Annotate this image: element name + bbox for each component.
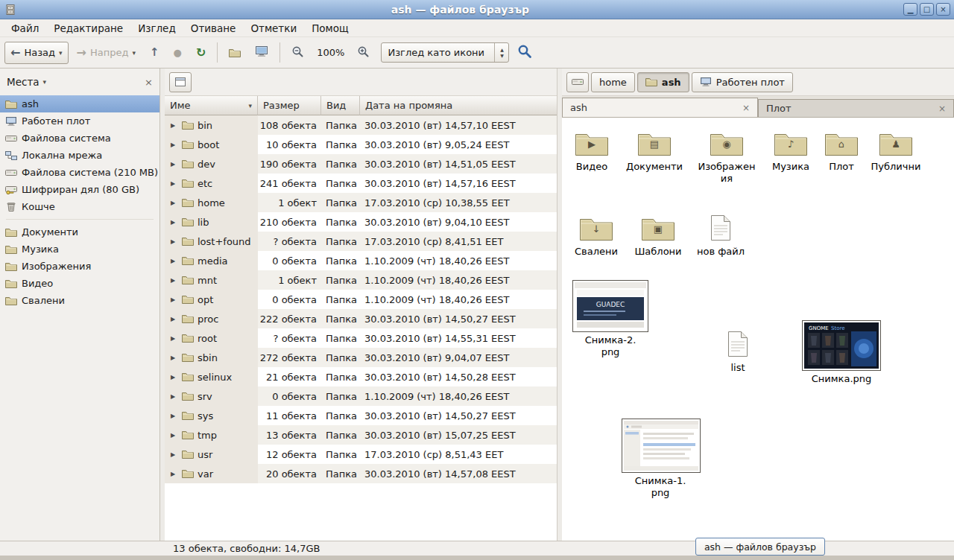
table-row[interactable]: ▶selinux21 обектаПапка30.03.2010 (вт) 14… — [165, 367, 557, 386]
places-dropdown-icon[interactable]: ▾ — [43, 78, 47, 86]
up-button[interactable]: ↑ — [144, 42, 165, 64]
table-row[interactable]: ▶home1 обектПапка17.03.2010 (ср) 10,38,5… — [165, 193, 557, 212]
table-row[interactable]: ▶boot10 обектаПапка30.03.2010 (вт) 9,05,… — [165, 135, 557, 154]
sidebar-item-Кошче[interactable]: Кошче — [0, 198, 159, 215]
icon-item-folder[interactable]: ▶Видео — [562, 130, 622, 173]
table-row[interactable]: ▶var20 обектаПапка30.03.2010 (вт) 14,57,… — [165, 464, 557, 483]
table-row[interactable]: ▶media0 обектаПапка1.10.2009 (чт) 18,40,… — [165, 251, 557, 270]
tab-Плот[interactable]: Плот× — [758, 99, 954, 117]
sidebar-item-Локална мрежа[interactable]: Локална мрежа — [0, 147, 159, 164]
sidebar-item-Файлова система (210 MB)[interactable]: Файлова система (210 MB) — [0, 164, 159, 181]
expander-icon[interactable]: ▶ — [171, 238, 178, 245]
table-row[interactable]: ▶srv0 обектаПапка1.10.2009 (чт) 18,40,26… — [165, 386, 557, 406]
table-row[interactable]: ▶sys11 обектаПапка30.03.2010 (вт) 14,50,… — [165, 406, 557, 425]
column-header-type[interactable]: Вид — [321, 96, 360, 115]
tab-close-icon[interactable]: × — [742, 103, 750, 113]
menu-item-6[interactable]: Помощ — [304, 19, 356, 36]
icon-item-folder[interactable]: ◉Изображен ия — [697, 130, 756, 185]
pathbar-button-Работен плот[interactable]: Работен плот — [692, 72, 793, 92]
expander-icon[interactable]: ▶ — [171, 316, 178, 322]
sidebar-item-Шифриран дял (80 GB)[interactable]: Шифриран дял (80 GB) — [0, 181, 159, 198]
view-mode-select[interactable]: Изглед като икони ▲▼ — [381, 42, 509, 63]
zoom-in-button[interactable] — [351, 42, 376, 64]
minimize-button[interactable]: ▁ — [903, 3, 917, 16]
icon-item-folder[interactable]: ♪Музика — [761, 130, 821, 173]
icon-item-file[interactable]: list — [708, 331, 768, 374]
icon-item-image[interactable]: GUADECСнимка-2. png — [572, 280, 649, 359]
table-row[interactable]: ▶tmp13 обектаПапка30.03.2010 (вт) 15,07,… — [165, 425, 557, 445]
sidebar-title[interactable]: Места — [7, 76, 40, 88]
icon-item-folder[interactable]: ▤Документи — [622, 130, 686, 173]
column-header-name[interactable]: Име▾ — [165, 96, 258, 115]
table-row[interactable]: ▶sbin272 обектаПапка30.03.2010 (вт) 9,04… — [165, 348, 557, 367]
menu-item-3[interactable]: Изглед — [130, 19, 183, 36]
icon-item-folder[interactable]: ▣Шаблони — [628, 214, 688, 258]
table-row[interactable]: ▶lost+found? обектаПапка17.03.2010 (ср) … — [165, 232, 557, 251]
sidebar-item-Музика[interactable]: Музика — [0, 241, 159, 258]
stop-button[interactable]: ● — [168, 42, 188, 64]
sidebar-item-Документи[interactable]: Документи — [0, 223, 159, 241]
expander-icon[interactable]: ▶ — [171, 161, 178, 168]
table-row[interactable]: ▶opt0 обектаПапка1.10.2009 (чт) 18,40,26… — [165, 290, 557, 309]
sidebar-item-Видео[interactable]: Видео — [0, 275, 159, 292]
expander-icon[interactable]: ▶ — [171, 258, 178, 264]
expander-icon[interactable]: ▶ — [171, 432, 178, 439]
location-button[interactable] — [169, 72, 192, 92]
expander-icon[interactable]: ▶ — [171, 471, 178, 477]
icon-item-folder[interactable]: ↓Свалени — [566, 214, 626, 258]
expander-icon[interactable]: ▶ — [171, 374, 178, 381]
pathbar-root-button[interactable] — [566, 72, 589, 92]
menu-item-1[interactable]: Файл — [4, 19, 46, 36]
home-button[interactable] — [223, 42, 247, 64]
icon-item-folder[interactable]: ⌂Плот — [813, 130, 870, 173]
expander-icon[interactable]: ▶ — [171, 122, 178, 129]
maximize-button[interactable]: □ — [920, 3, 934, 16]
icon-item-file[interactable]: нов файл — [691, 214, 751, 258]
back-button[interactable]: ← Назад ▾ — [4, 42, 69, 64]
close-button[interactable]: × — [936, 3, 950, 16]
computer-button[interactable] — [249, 42, 274, 64]
table-row[interactable]: ▶proc222 обектаПапка30.03.2010 (вт) 14,5… — [165, 309, 557, 328]
icon-item-image[interactable]: Снимка-1. png — [622, 419, 699, 500]
sidebar-item-ash[interactable]: ash — [0, 95, 159, 112]
combo-arrows-icon[interactable]: ▲▼ — [494, 43, 508, 62]
icon-view[interactable]: ▶Видео▤Документи◉Изображен ия♪Музика⌂Пло… — [562, 118, 954, 541]
search-button[interactable] — [511, 42, 538, 64]
icon-item-folder[interactable]: ♟Публични — [866, 130, 926, 173]
sidebar-item-Файлова система[interactable]: Файлова система — [0, 130, 159, 147]
forward-button[interactable]: → Напред ▾ — [71, 42, 142, 64]
expander-icon[interactable]: ▶ — [171, 296, 178, 303]
table-row[interactable]: ▶mnt1 обектПапка1.10.2009 (чт) 18,40,26 … — [165, 270, 557, 290]
expander-icon[interactable]: ▶ — [171, 200, 178, 206]
pathbar-button-ash[interactable]: ash — [637, 72, 689, 92]
expander-icon[interactable]: ▶ — [171, 141, 178, 148]
menu-item-2[interactable]: Редактиране — [46, 19, 130, 36]
table-row[interactable]: ▶root? обектаПапка30.03.2010 (вт) 14,55,… — [165, 328, 557, 348]
sidebar-item-Работен плот[interactable]: Работен плот — [0, 112, 159, 130]
tab-close-icon[interactable]: × — [938, 104, 946, 114]
taskbar-window-button[interactable]: ash — файлов браузър — [695, 538, 825, 556]
menu-item-5[interactable]: Отметки — [243, 19, 304, 36]
expander-icon[interactable]: ▶ — [171, 277, 178, 284]
reload-button[interactable]: ↻ — [190, 42, 212, 64]
column-header-date[interactable]: Дата на промяна — [360, 96, 557, 115]
zoom-out-button[interactable] — [285, 42, 310, 64]
sidebar-close-icon[interactable]: × — [145, 77, 153, 88]
sidebar-item-Свалени[interactable]: Свалени — [0, 292, 159, 309]
pathbar-button-home[interactable]: home — [591, 72, 635, 92]
expander-icon[interactable]: ▶ — [171, 335, 178, 342]
table-row[interactable]: ▶etc241 обектаПапка30.03.2010 (вт) 14,57… — [165, 174, 557, 193]
icon-item-image[interactable]: GNOMEStoreСнимка.png — [800, 320, 882, 385]
expander-icon[interactable]: ▶ — [171, 180, 178, 187]
table-row[interactable]: ▶usr12 обектаПапка17.03.2010 (ср) 8,51,4… — [165, 445, 557, 464]
tab-ash[interactable]: ash× — [562, 98, 758, 117]
table-row[interactable]: ▶dev190 обектаПапка30.03.2010 (вт) 14,51… — [165, 154, 557, 174]
table-row[interactable]: ▶lib210 обектаПапка30.03.2010 (вт) 9,04,… — [165, 212, 557, 232]
expander-icon[interactable]: ▶ — [171, 451, 178, 458]
column-header-size[interactable]: Размер — [258, 96, 321, 115]
expander-icon[interactable]: ▶ — [171, 393, 178, 400]
back-dropdown-icon[interactable]: ▾ — [59, 49, 63, 57]
expander-icon[interactable]: ▶ — [171, 219, 178, 226]
table-row[interactable]: ▶bin108 обектаПапка30.03.2010 (вт) 14,57… — [165, 115, 557, 135]
expander-icon[interactable]: ▶ — [171, 413, 178, 419]
